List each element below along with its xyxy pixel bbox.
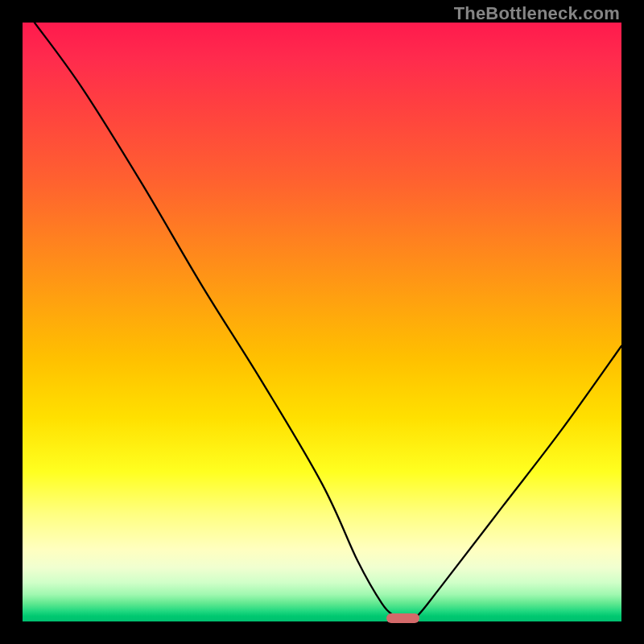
minimum-marker bbox=[386, 613, 419, 623]
watermark-text: TheBottleneck.com bbox=[454, 3, 620, 24]
bottleneck-curve bbox=[23, 23, 621, 621]
chart-container: TheBottleneck.com bbox=[0, 0, 644, 644]
plot-area bbox=[23, 23, 621, 621]
